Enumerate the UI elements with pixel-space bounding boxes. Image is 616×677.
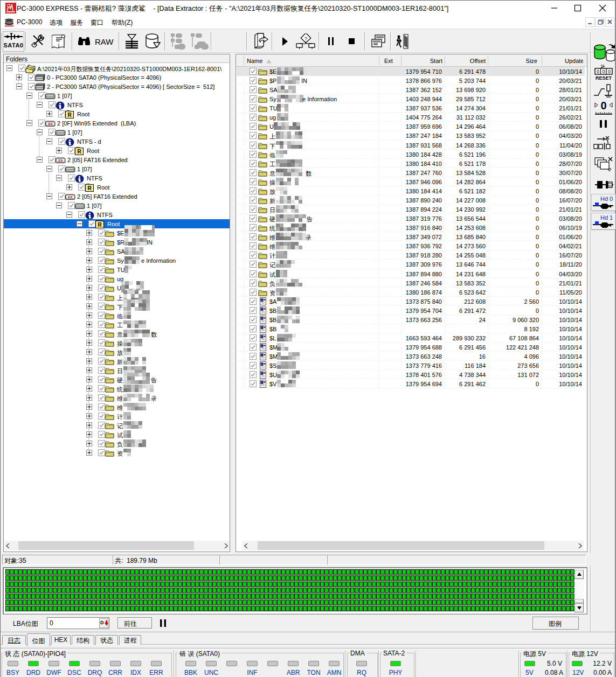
svg-text:EX: EX — [68, 196, 72, 199]
svg-text:0: 0 — [600, 100, 606, 111]
svg-text:R: R — [77, 149, 81, 155]
svg-text:RESET: RESET — [596, 75, 612, 81]
svg-text:R: R — [87, 185, 92, 191]
svg-text:0: 0 — [608, 69, 611, 74]
svg-text:EX: EX — [48, 122, 52, 125]
svg-text:R: R — [67, 112, 72, 118]
svg-text:R: R — [98, 222, 102, 228]
svg-text:EX: EX — [58, 159, 63, 162]
svg-text:0: 0 — [597, 69, 599, 74]
svg-text:0: 0 — [603, 69, 605, 74]
svg-text:?: ? — [304, 36, 307, 41]
